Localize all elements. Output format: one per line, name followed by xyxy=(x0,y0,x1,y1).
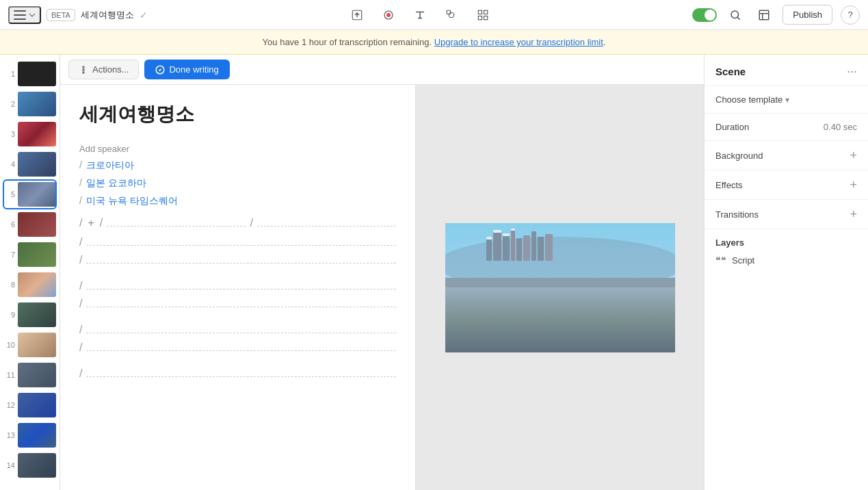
slide-item-14[interactable]: 14 xyxy=(4,452,55,479)
script-link-2[interactable]: 일본 요코하마 xyxy=(86,177,146,190)
svg-point-20 xyxy=(83,71,84,73)
editor-content: 세계여행명소 Add speaker / 크로아티아 / 일본 요코하마 / 미… xyxy=(60,85,704,490)
actions-icon xyxy=(79,65,88,75)
menu-button[interactable] xyxy=(8,6,41,24)
slide-thumbnail xyxy=(18,302,56,327)
layers-section: Layers ❝❝ Script xyxy=(705,229,868,274)
notification-period: . xyxy=(603,37,606,47)
shapes-icon-button[interactable] xyxy=(441,5,462,25)
slide-item-11[interactable]: 11 xyxy=(4,361,55,389)
search-button[interactable] xyxy=(725,5,746,25)
e-slash-1: / xyxy=(79,236,82,248)
hamburger-icon xyxy=(14,10,26,20)
switch-track[interactable] xyxy=(692,8,717,22)
slide-item-10[interactable]: 10 xyxy=(4,331,55,359)
script-link-3[interactable]: 미국 뉴욕 타임스퀘어 xyxy=(86,195,178,207)
slide-thumbnail xyxy=(18,423,56,448)
slash-3: / xyxy=(79,195,82,206)
e-dotted-4 xyxy=(86,307,396,307)
text-icon-button[interactable] xyxy=(410,5,430,25)
svg-point-7 xyxy=(449,12,454,18)
right-panel-header: Scene ··· xyxy=(705,55,868,86)
svg-rect-30 xyxy=(531,231,536,261)
dotted-line-1 xyxy=(107,226,246,227)
layout-button[interactable] xyxy=(754,5,774,25)
svg-rect-26 xyxy=(503,233,510,261)
svg-rect-47 xyxy=(445,331,675,332)
add-line-button[interactable]: + xyxy=(86,216,95,231)
add-slash-3: / xyxy=(250,217,252,229)
e-slash-7: / xyxy=(79,368,82,380)
toggle-switch[interactable] xyxy=(692,8,717,22)
svg-point-13 xyxy=(731,11,739,18)
svg-rect-31 xyxy=(538,237,544,261)
chevron-icon: ▾ xyxy=(785,95,789,105)
right-panel: Scene ··· Choose template ▾ Duration 0.4… xyxy=(704,55,868,490)
slide-number: 6 xyxy=(5,220,15,229)
svg-rect-24 xyxy=(486,237,492,261)
svg-point-51 xyxy=(553,302,555,304)
transitions-add-button[interactable]: + xyxy=(850,208,857,220)
done-icon xyxy=(155,65,165,75)
done-writing-button[interactable]: Done writing xyxy=(144,60,229,79)
slide-item-6[interactable]: 6 xyxy=(4,211,55,238)
script-line-2: / 일본 요코하마 xyxy=(79,177,396,190)
scene-title: 세계여행명소 xyxy=(79,101,396,127)
e-dotted-2 xyxy=(86,263,396,263)
city-image xyxy=(445,223,675,352)
empty-line-7: / xyxy=(79,368,396,380)
svg-point-52 xyxy=(581,301,583,303)
svg-rect-33 xyxy=(486,237,492,240)
actions-button[interactable]: Actions... xyxy=(68,60,139,79)
background-add-button[interactable]: + xyxy=(850,149,857,162)
record-icon-button[interactable] xyxy=(378,5,399,25)
slide-item-3[interactable]: 3 xyxy=(4,120,55,148)
more-options-button[interactable]: ··· xyxy=(847,64,857,79)
slide-item-13[interactable]: 13 xyxy=(4,422,55,449)
topbar-right: Publish ? xyxy=(692,5,860,25)
city-svg xyxy=(445,223,675,352)
add-slash: / xyxy=(79,217,82,229)
slide-number: 7 xyxy=(5,250,15,259)
svg-rect-0 xyxy=(14,10,26,12)
svg-rect-25 xyxy=(493,230,501,261)
search-icon xyxy=(729,9,741,21)
slide-item-12[interactable]: 12 xyxy=(4,391,55,419)
slide-thumbnail xyxy=(18,92,56,116)
script-pane: 세계여행명소 Add speaker / 크로아티아 / 일본 요코하마 / 미… xyxy=(60,85,416,490)
layer-script-item[interactable]: ❝❝ Script xyxy=(715,255,857,266)
e-dotted-6 xyxy=(86,350,396,351)
slash-1: / xyxy=(79,159,82,170)
script-layer-icon: ❝❝ xyxy=(715,255,726,266)
upload-icon-button[interactable] xyxy=(347,5,367,25)
grid-icon-button[interactable] xyxy=(473,5,493,25)
e-dotted-1 xyxy=(86,245,396,246)
effects-add-button[interactable]: + xyxy=(850,179,857,191)
speaker-label[interactable]: Add speaker xyxy=(79,144,396,154)
script-link-1[interactable]: 크로아티아 xyxy=(86,159,134,172)
publish-button[interactable]: Publish xyxy=(782,5,832,25)
svg-rect-39 xyxy=(473,305,478,326)
slide-number: 12 xyxy=(5,401,15,409)
slide-item-7[interactable]: 7 xyxy=(4,241,55,268)
svg-rect-1 xyxy=(14,14,26,16)
choose-template-row[interactable]: Choose template ▾ xyxy=(705,86,868,114)
slide-item-5[interactable]: 5 xyxy=(4,181,55,208)
editor-toolbar: Actions... Done writing xyxy=(60,55,704,85)
slash-2: / xyxy=(79,177,82,188)
slide-item-1[interactable]: 1 xyxy=(4,60,55,88)
slide-item-8[interactable]: 8 xyxy=(4,271,55,298)
slide-number: 1 xyxy=(5,70,15,78)
slide-item-9[interactable]: 9 xyxy=(4,301,55,328)
svg-point-49 xyxy=(499,302,501,304)
notification-link[interactable]: Upgrade to increase your transcription l… xyxy=(434,37,603,47)
effects-label: Effects xyxy=(715,180,743,190)
help-button[interactable]: ? xyxy=(841,5,860,25)
chevron-down-icon xyxy=(29,13,36,17)
slide-item-2[interactable]: 2 xyxy=(4,90,55,118)
notification-bar: You have 1 hour of transcription remaini… xyxy=(0,30,868,55)
slide-item-4[interactable]: 4 xyxy=(4,151,55,178)
duration-value: 0.40 sec xyxy=(824,122,857,132)
preview-video xyxy=(445,223,675,352)
upload-icon xyxy=(351,9,363,21)
